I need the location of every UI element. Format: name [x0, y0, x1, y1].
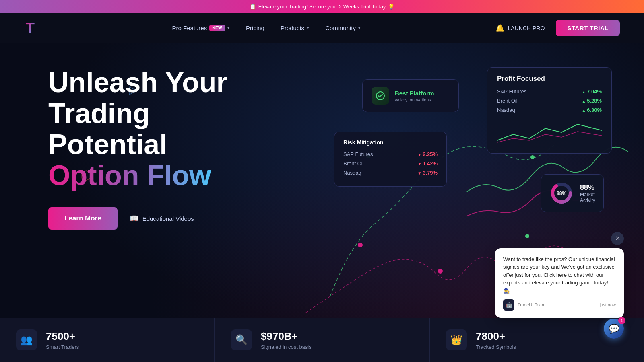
chat-bubble: Want to trade like the pros? Our unique …	[495, 248, 624, 318]
learn-more-button[interactable]: Learn More	[48, 207, 118, 230]
risk-value-2: 3.79%	[417, 170, 438, 176]
risk-mitigation-title: Risk Mitigation	[343, 139, 438, 146]
announcement-icon-right: 💡	[388, 4, 394, 10]
nav-products[interactable]: Products ▾	[274, 21, 316, 35]
best-platform-title: Best Platform	[395, 90, 434, 97]
stat-cost-basis-icon: 🔍	[231, 329, 252, 350]
chat-time: just now	[600, 302, 616, 309]
profit-focused-card: Profit Focused S&P Futures 7.04% Brent O…	[487, 67, 612, 154]
profit-row-0: S&P Futures 7.04%	[497, 88, 602, 95]
profit-row-1: Brent Oil 5.28%	[497, 98, 602, 104]
svg-text:88%: 88%	[557, 191, 566, 196]
stat-symbols-label: Tracked Symbols	[476, 344, 516, 350]
stat-traders-icon: 👥	[16, 329, 37, 350]
chat-sender: TradeUI Team	[518, 302, 545, 309]
nav-right: 🔔 LAUNCH PRO START TRIAL	[491, 20, 620, 36]
chat-close-button[interactable]: ✕	[611, 232, 624, 245]
educational-videos-link[interactable]: 📖 Educational Videos	[130, 214, 194, 223]
risk-row-1: Brent Oil 1.42%	[343, 160, 438, 167]
pro-features-chevron-icon: ▾	[227, 25, 230, 31]
pro-features-badge: NEW	[209, 25, 225, 31]
best-platform-card: Best Platform w/ key innovations	[362, 79, 459, 112]
risk-label-0: S&P Futures	[343, 151, 373, 157]
nav-community-label: Community	[325, 25, 356, 31]
announcement-text: Elevate your Trading! Secure your 2 Week…	[258, 4, 386, 10]
svg-text:T: T	[26, 20, 35, 36]
chat-open-button[interactable]: 💬 1	[604, 319, 624, 339]
hero-section: Unleash Your Trading Potential Option Fl…	[0, 43, 644, 362]
chat-avatar: 🤖	[503, 299, 514, 311]
profit-row-2: Nasdaq 6.30%	[497, 107, 602, 113]
announcement-bar: 📋 Elevate your Trading! Secure your 2 We…	[0, 0, 644, 13]
risk-value-0: 2.25%	[417, 151, 438, 157]
stat-symbols-text: 7800+ Tracked Symbols	[476, 330, 516, 350]
hero-title: Unleash Your Trading Potential Option Fl…	[48, 67, 290, 191]
educational-videos-label: Educational Videos	[142, 215, 194, 222]
risk-mitigation-card: Risk Mitigation S&P Futures 2.25% Brent …	[334, 132, 447, 187]
nav-links: Pro Features NEW ▾ Pricing Products ▾ Co…	[166, 21, 367, 35]
nav-community[interactable]: Community ▾	[319, 21, 367, 35]
nav-pricing[interactable]: Pricing	[239, 21, 271, 35]
hero-title-line2: Potential	[48, 129, 167, 160]
stat-symbols-icon: 👑	[446, 329, 467, 350]
profit-value-0: 7.04%	[582, 88, 602, 95]
best-platform-text: Best Platform w/ key innovations	[395, 90, 434, 102]
stat-symbols-number: 7800+	[476, 330, 516, 343]
risk-label-2: Nasdaq	[343, 170, 361, 176]
market-activity-card: 88% 88% Market Activity	[541, 174, 604, 212]
hero-buttons: Learn More 📖 Educational Videos	[48, 207, 290, 230]
stat-cost-basis-number: $970B+	[261, 330, 312, 343]
profit-label-2: Nasdaq	[497, 107, 515, 113]
stat-card-cost-basis: 🔍 $970B+ Signaled in cost basis	[215, 318, 429, 362]
stat-traders-label: Smart Traders	[46, 344, 79, 350]
svg-point-5	[438, 269, 443, 274]
chat-footer: 🤖 TradeUI Team just now	[503, 299, 616, 311]
market-activity-label: Market	[580, 192, 595, 197]
logo[interactable]: T	[24, 19, 42, 37]
chat-notification-badge: 1	[618, 317, 625, 324]
risk-label-1: Brent Oil	[343, 160, 364, 167]
launch-pro-label: LAUNCH PRO	[508, 25, 545, 31]
launch-pro-button[interactable]: 🔔 LAUNCH PRO	[491, 21, 549, 36]
products-chevron-icon: ▾	[307, 25, 309, 31]
risk-value-1: 1.42%	[417, 160, 438, 167]
nav-pro-features-label: Pro Features	[172, 25, 207, 31]
stats-row: 👥 7500+ Smart Traders 🔍 $970B+ Signaled …	[0, 318, 644, 362]
stat-card-traders: 👥 7500+ Smart Traders	[0, 318, 215, 362]
profit-value-1: 5.28%	[582, 98, 602, 104]
risk-row-2: Nasdaq 3.79%	[343, 170, 438, 176]
best-platform-subtitle: w/ key innovations	[395, 97, 434, 102]
float-cards-container: Best Platform w/ key innovations Risk Mi…	[322, 59, 612, 260]
stat-cost-basis-label: Signaled in cost basis	[261, 344, 312, 350]
navbar: T Pro Features NEW ▾ Pricing Products ▾ …	[0, 13, 644, 43]
hero-title-line1: Unleash Your Trading	[48, 67, 227, 129]
chat-message: Want to trade like the pros? Our unique …	[503, 256, 615, 294]
profit-label-1: Brent Oil	[497, 98, 518, 104]
community-chevron-icon: ▾	[358, 25, 361, 31]
nav-pro-features[interactable]: Pro Features NEW ▾	[166, 21, 237, 35]
risk-row-0: S&P Futures 2.25%	[343, 151, 438, 157]
stat-cost-basis-text: $970B+ Signaled in cost basis	[261, 330, 312, 350]
nav-pricing-label: Pricing	[246, 25, 264, 31]
profit-value-2: 6.30%	[582, 107, 602, 113]
hero-title-line3: Option Flow	[48, 160, 211, 191]
market-activity-percentage: 88%	[580, 183, 595, 192]
launch-pro-icon: 🔔	[495, 24, 504, 33]
announcement-icon-left: 📋	[250, 4, 256, 10]
best-platform-icon	[372, 87, 389, 105]
hero-content: Unleash Your Trading Potential Option Fl…	[48, 67, 290, 230]
profit-focused-title: Profit Focused	[497, 75, 602, 83]
educational-videos-icon: 📖	[130, 214, 138, 223]
market-activity-label2: Activity	[580, 197, 595, 203]
start-trial-button[interactable]: START TRIAL	[556, 20, 620, 36]
market-activity-donut: 88%	[549, 181, 574, 205]
stat-traders-text: 7500+ Smart Traders	[46, 330, 79, 350]
market-activity-labels: 88% Market Activity	[580, 183, 595, 203]
chat-widget: ✕ Want to trade like the pros? Our uniqu…	[495, 248, 624, 318]
stat-traders-number: 7500+	[46, 330, 79, 343]
nav-products-label: Products	[281, 25, 304, 31]
profit-label-0: S&P Futures	[497, 88, 526, 95]
